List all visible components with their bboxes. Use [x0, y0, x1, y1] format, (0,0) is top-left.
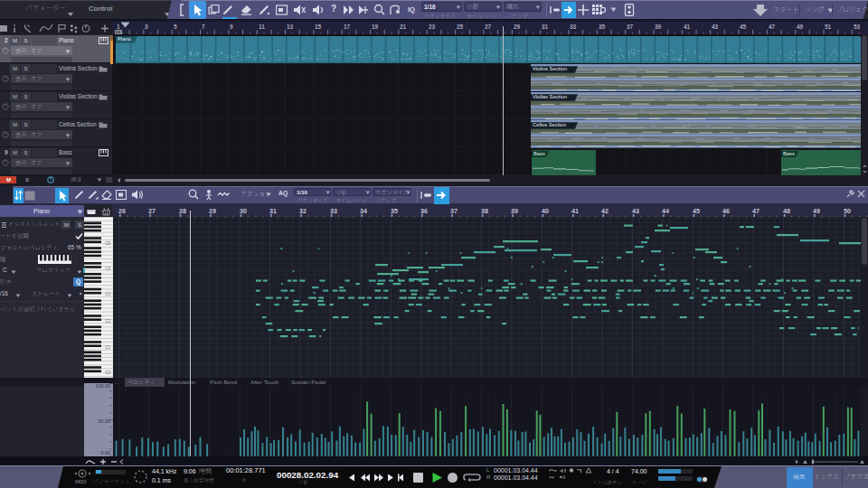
svg-text:15: 15 [315, 23, 322, 30]
svg-text:C0: C0 [105, 371, 110, 375]
svg-text:37: 37 [450, 207, 458, 215]
svg-text:33: 33 [330, 207, 337, 215]
svg-text:39: 39 [655, 23, 662, 30]
svg-text:45: 45 [693, 207, 700, 215]
svg-text:32: 32 [299, 207, 307, 215]
svg-text:5: 5 [174, 23, 177, 30]
svg-text:48: 48 [783, 207, 790, 215]
svg-text:25: 25 [457, 23, 464, 30]
svg-text:26: 26 [118, 207, 126, 215]
svg-text:49: 49 [813, 207, 820, 215]
svg-text:13: 13 [287, 23, 294, 30]
svg-text:7: 7 [202, 23, 205, 30]
svg-text:45: 45 [740, 23, 747, 30]
svg-text:44: 44 [662, 207, 669, 215]
svg-text:49: 49 [797, 23, 804, 30]
svg-text:33: 33 [570, 23, 577, 30]
svg-text:29: 29 [514, 23, 521, 30]
svg-text:46: 46 [722, 207, 730, 215]
svg-text:27: 27 [148, 207, 156, 215]
svg-text:47: 47 [752, 207, 760, 215]
svg-text:35: 35 [599, 23, 606, 30]
svg-text:43: 43 [712, 23, 719, 30]
svg-text:47: 47 [769, 23, 776, 30]
svg-text:11: 11 [259, 23, 265, 30]
svg-text:34: 34 [360, 207, 367, 215]
svg-text:28: 28 [179, 207, 186, 215]
svg-text:37: 37 [627, 23, 634, 30]
svg-text:39: 39 [511, 207, 518, 215]
svg-text:53: 53 [854, 23, 861, 30]
svg-text:42: 42 [601, 207, 609, 215]
svg-text:C1: C1 [105, 345, 110, 350]
svg-text:19: 19 [372, 23, 379, 30]
svg-text:38: 38 [481, 207, 488, 215]
svg-text:35: 35 [391, 207, 398, 215]
svg-text:27: 27 [485, 23, 492, 30]
svg-text:9: 9 [230, 23, 233, 30]
svg-text:31: 31 [542, 23, 549, 30]
svg-text:29: 29 [209, 207, 216, 215]
svg-text:C5: C5 [105, 241, 110, 246]
svg-text:17: 17 [344, 23, 351, 30]
svg-text:C4: C4 [105, 267, 110, 271]
svg-text:41: 41 [571, 207, 579, 215]
svg-text:21: 21 [400, 23, 407, 30]
svg-text:23: 23 [429, 23, 436, 30]
svg-text:50: 50 [844, 207, 851, 215]
svg-text:36: 36 [420, 207, 428, 215]
svg-text:51: 51 [825, 23, 832, 30]
svg-text:41: 41 [684, 23, 691, 30]
svg-text:31: 31 [269, 207, 277, 215]
svg-text:C2: C2 [105, 319, 110, 324]
svg-text:30: 30 [240, 207, 247, 215]
svg-text:3: 3 [145, 23, 148, 30]
svg-text:43: 43 [632, 207, 639, 215]
svg-text:40: 40 [542, 207, 549, 215]
svg-text:C3: C3 [105, 292, 110, 296]
